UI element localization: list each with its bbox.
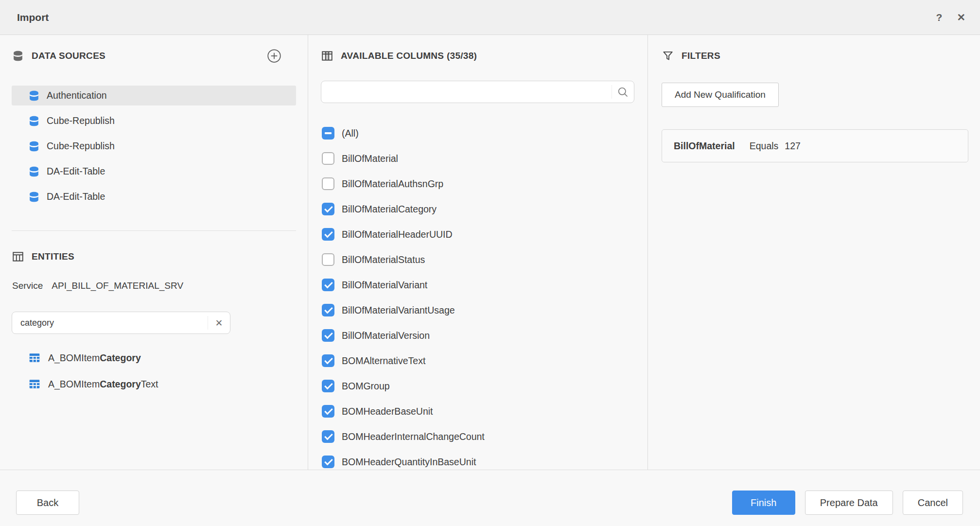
checkbox[interactable] — [322, 354, 334, 367]
add-new-qualification-button[interactable]: Add New Qualification — [662, 83, 779, 107]
data-source-item[interactable]: DA-Edit-Table — [12, 161, 296, 181]
checkbox[interactable] — [322, 304, 334, 316]
column-label: BillOfMaterialCategory — [342, 204, 437, 215]
available-columns-header: AVAILABLE COLUMNS (35/38) — [321, 49, 634, 63]
checkbox[interactable] — [322, 279, 334, 291]
data-source-item[interactable]: Cube-Republish — [12, 136, 296, 156]
data-source-label: Cube-Republish — [47, 115, 115, 126]
column-label: BillOfMaterialStatus — [342, 254, 425, 265]
checkbox[interactable] — [322, 329, 334, 342]
dialog-header: Import ? ✕ — [0, 0, 980, 35]
data-source-item[interactable]: Cube-Republish — [12, 111, 296, 131]
search-icon — [616, 86, 630, 99]
header-actions: ? ✕ — [936, 12, 965, 22]
column-label: BillOfMaterial — [342, 153, 398, 164]
qualification-value: 127 — [785, 140, 801, 152]
dialog-title: Import — [17, 12, 49, 23]
column-row[interactable]: BOMHeaderBaseUnit — [321, 399, 634, 424]
service-value: API_BILL_OF_MATERIAL_SRV — [52, 281, 183, 291]
column-checkbox-list: (All) BillOfMaterial BillOfMaterialAuths… — [321, 121, 634, 470]
column-label: BillOfMaterialVariantUsage — [342, 305, 455, 316]
column-row[interactable]: BillOfMaterialVariant — [321, 272, 634, 298]
column-row[interactable]: BillOfMaterialStatus — [321, 247, 634, 272]
table-outline-icon — [12, 250, 24, 263]
data-sources-panel: DATA SOURCES Authentication Cube-Re — [0, 35, 308, 470]
column-row[interactable]: BillOfMaterialCategory — [321, 196, 634, 222]
column-label: BOMHeaderQuantityInBaseUnit — [342, 456, 476, 468]
data-sources-title: DATA SOURCES — [32, 51, 105, 61]
checkbox[interactable] — [322, 405, 334, 418]
column-row[interactable]: BillOfMaterialHeaderUUID — [321, 222, 634, 247]
plus-circle-icon — [267, 49, 281, 63]
column-row[interactable]: BOMGroup — [321, 373, 634, 399]
checkbox[interactable] — [322, 203, 334, 215]
available-columns-panel: AVAILABLE COLUMNS (35/38) (All) BillOfMa… — [308, 35, 648, 470]
column-label: BillOfMaterialHeaderUUID — [342, 229, 453, 240]
columns-search-input[interactable] — [321, 81, 612, 103]
checkbox[interactable] — [322, 456, 334, 468]
table-blue-icon — [28, 378, 41, 390]
checkbox[interactable] — [322, 253, 334, 266]
column-row[interactable]: BillOfMaterialVersion — [321, 323, 634, 348]
entity-item[interactable]: A_BOMItemCategoryText — [12, 371, 296, 397]
filters-title: FILTERS — [682, 51, 720, 61]
clear-search-button[interactable]: ✕ — [208, 316, 230, 330]
service-label: Service — [12, 281, 43, 291]
qualification-operator: Equals — [750, 140, 779, 152]
data-source-label: DA-Edit-Table — [47, 191, 105, 202]
column-row[interactable]: BOMHeaderQuantityInBaseUnit — [321, 449, 634, 470]
entity-list: A_BOMItemCategory A_BOMItemCategoryText — [12, 345, 296, 397]
checkbox[interactable] — [322, 177, 334, 190]
column-row[interactable]: BillOfMaterialAuthsnGrp — [321, 171, 634, 196]
qualification-field: BillOfMaterial — [674, 140, 735, 152]
column-row[interactable]: (All) — [321, 121, 634, 146]
columns-icon — [321, 50, 333, 62]
column-label: (All) — [342, 128, 359, 139]
column-row[interactable]: BillOfMaterial — [321, 146, 634, 171]
checkbox[interactable] — [322, 152, 334, 165]
data-source-label: DA-Edit-Table — [47, 166, 105, 177]
database-icon — [12, 50, 24, 62]
entity-label: A_BOMItemCategory — [48, 352, 141, 364]
filters-header: FILTERS — [662, 49, 968, 63]
checkbox[interactable] — [322, 127, 334, 140]
help-icon[interactable]: ? — [936, 12, 943, 22]
checkbox[interactable] — [322, 430, 334, 443]
columns-search-box — [321, 81, 634, 103]
entity-item[interactable]: A_BOMItemCategory — [12, 345, 296, 371]
column-row[interactable]: BillOfMaterialVariantUsage — [321, 298, 634, 323]
column-label: BOMAlternativeText — [342, 355, 425, 367]
checkbox[interactable] — [322, 380, 334, 392]
checkbox[interactable] — [322, 228, 334, 241]
back-button[interactable]: Back — [16, 491, 79, 515]
data-source-item[interactable]: Authentication — [12, 86, 296, 105]
database-icon — [28, 165, 40, 178]
column-label: BillOfMaterialVersion — [342, 330, 430, 341]
entity-search-box: ✕ — [12, 312, 230, 334]
cancel-button[interactable]: Cancel — [903, 491, 963, 515]
available-columns-title: AVAILABLE COLUMNS (35/38) — [341, 51, 477, 61]
search-button[interactable] — [612, 85, 634, 99]
finish-button[interactable]: Finish — [732, 491, 795, 515]
column-label: BillOfMaterialAuthsnGrp — [342, 178, 443, 190]
dialog-footer: Back Finish Prepare Data Cancel — [0, 470, 980, 526]
entities-header: ENTITIES — [12, 249, 296, 264]
qualification-row[interactable]: BillOfMaterial Equals 127 — [662, 129, 968, 162]
data-source-item[interactable]: DA-Edit-Table — [12, 187, 296, 207]
add-data-source-button[interactable] — [267, 49, 281, 63]
database-icon — [28, 89, 40, 102]
entity-search-input[interactable] — [12, 312, 208, 333]
column-label: BOMHeaderBaseUnit — [342, 406, 433, 417]
column-row[interactable]: BOMAlternativeText — [321, 348, 634, 373]
service-line: Service API_BILL_OF_MATERIAL_SRV — [12, 281, 296, 291]
dialog-content: DATA SOURCES Authentication Cube-Re — [0, 35, 980, 470]
data-source-label: Cube-Republish — [47, 140, 115, 152]
clear-icon: ✕ — [215, 318, 223, 328]
prepare-data-button[interactable]: Prepare Data — [805, 491, 893, 515]
column-label: BOMHeaderInternalChangeCount — [342, 431, 485, 442]
close-icon[interactable]: ✕ — [957, 12, 965, 22]
filters-panel: FILTERS Add New Qualification BillOfMate… — [648, 35, 980, 470]
database-icon — [28, 115, 40, 127]
column-row[interactable]: BOMHeaderInternalChangeCount — [321, 424, 634, 449]
import-dialog: Import ? ✕ DATA SOURCES — [0, 0, 980, 526]
